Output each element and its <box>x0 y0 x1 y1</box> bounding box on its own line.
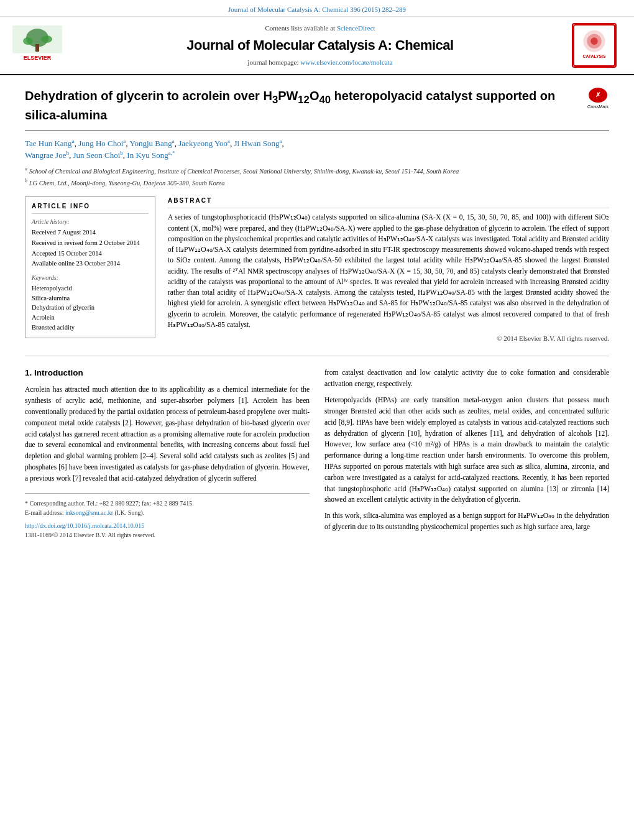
author-song-jihwan[interactable]: Ji Hwan Song <box>234 139 280 148</box>
affiliations: a School of Chemical and Biological Engi… <box>25 165 609 188</box>
contents-label: Contents lists available at <box>265 24 335 32</box>
keywords-heading: Keywords: <box>32 274 149 282</box>
email-link[interactable]: inksong@snu.ac.kr <box>65 509 113 516</box>
homepage-url[interactable]: www.elsevier.com/locate/molcata <box>300 58 392 66</box>
svg-rect-2 <box>35 44 39 52</box>
accepted-date: Accepted 15 October 2014 <box>32 249 149 259</box>
affil-b: b LG Chem, Ltd., Moonji-dong, Yuseong-Gu… <box>25 177 609 188</box>
intro-heading: 1. Introduction <box>25 367 310 379</box>
body-two-col: 1. Introduction Acrolein has attracted m… <box>25 367 609 539</box>
svg-text:ELSEVIER: ELSEVIER <box>24 55 52 61</box>
svg-point-3 <box>23 37 33 45</box>
abstract-heading: Abstract <box>168 196 609 208</box>
corresponding-author-note: * Corresponding author. Tel.: +82 2 880 … <box>25 499 310 508</box>
history-heading: Article history: <box>32 218 149 226</box>
available-online-date: Available online 23 October 2014 <box>32 259 149 269</box>
svg-point-9 <box>590 38 598 45</box>
body-col-right: from catalyst deactivation and low catal… <box>324 367 609 539</box>
intro-number: 1. <box>25 368 32 377</box>
sciencedirect-link[interactable]: ScienceDirect <box>337 24 375 32</box>
contents-line: Contents lists available at ScienceDirec… <box>68 24 572 33</box>
keyword-1: Heteropolyacid <box>32 284 149 293</box>
author-choi-jung[interactable]: Jung Ho Choi <box>78 139 123 148</box>
abstract-text: A series of tungstophosphoricacid (H₃PW₁… <box>168 212 609 330</box>
keywords-section: Keywords: Heteropolyacid Silica-alumina … <box>32 274 149 332</box>
journal-citation-link[interactable]: Journal of Molecular Catalysis A: Chemic… <box>228 6 406 13</box>
article-info-col: Article Info Article history: Received 7… <box>25 196 155 344</box>
crossmark-container: ✗ CrossMark <box>587 88 609 110</box>
author-kang[interactable]: Tae Hun Kang <box>25 139 72 148</box>
article-info-heading: Article Info <box>32 202 149 214</box>
intro-para-4: In this work, silica-alumina was employe… <box>324 510 609 533</box>
keyword-4: Acrolein <box>32 313 149 323</box>
received-revised-date: Received in revised form 2 October 2014 <box>32 239 149 248</box>
author-joe[interactable]: Wangrae Joe <box>25 151 66 160</box>
article-title-text: Dehydration of glycerin to acrolein over… <box>25 88 587 123</box>
issn-line: 1381-1169/© 2014 Elsevier B.V. All right… <box>25 530 310 540</box>
elsevier-logo: ELSEVIER <box>12 25 68 66</box>
main-content: Dehydration of glycerin to acrolein over… <box>0 75 634 552</box>
article-title: Dehydration of glycerin to acrolein over… <box>25 88 587 123</box>
svg-text:CATALYSIS: CATALYSIS <box>583 55 606 59</box>
top-bar: Journal of Molecular Catalysis A: Chemic… <box>0 0 634 17</box>
intro-para-3: Heteropolyacids (HPAs) are early transit… <box>324 395 609 505</box>
keyword-3: Dehydration of glycerin <box>32 303 149 313</box>
keyword-2: Silica-alumina <box>32 294 149 303</box>
homepage-label: journal homepage: <box>247 58 298 66</box>
received-date: Received 7 August 2014 <box>32 228 149 238</box>
crossmark-icon: ✗ <box>589 88 607 103</box>
author-yoo[interactable]: Jaekyeong Yoo <box>178 139 227 148</box>
journal-header: ELSEVIER Contents lists available at Sci… <box>0 17 634 75</box>
article-info-abstract-cols: Article Info Article history: Received 7… <box>25 196 609 344</box>
footnote-section: * Corresponding author. Tel.: +82 2 880 … <box>25 493 310 540</box>
abstract-col: Abstract A series of tungstophosphoricac… <box>168 196 609 344</box>
body-col-left: 1. Introduction Acrolein has attracted m… <box>25 367 310 539</box>
svg-point-4 <box>41 35 52 43</box>
abstract-copyright: © 2014 Elsevier B.V. All rights reserved… <box>168 334 609 343</box>
keyword-5: Brønsted acidity <box>32 323 149 333</box>
catalysis-logo: CATALYSIS <box>572 23 617 68</box>
journal-homepage: journal homepage: www.elsevier.com/locat… <box>68 58 572 67</box>
journal-title-block: Contents lists available at ScienceDirec… <box>68 24 572 67</box>
authors-line: Tae Hun Kanga, Jung Ho Choia, Yongju Ban… <box>25 137 609 162</box>
crossmark-label: CrossMark <box>587 104 609 110</box>
catalysis-logo-container: CATALYSIS <box>572 23 622 68</box>
journal-title: Journal of Molecular Catalysis A: Chemic… <box>68 36 572 55</box>
author-choi-seon[interactable]: Jun Seon Choi <box>73 151 120 160</box>
article-info-box: Article Info Article history: Received 7… <box>25 196 155 338</box>
affil-a: a School of Chemical and Biological Engi… <box>25 165 609 176</box>
article-title-section: Dehydration of glycerin to acrolein over… <box>25 88 609 131</box>
email-line: E-mail address: inksong@snu.ac.kr (I.K. … <box>25 508 310 517</box>
intro-title: Introduction <box>34 368 83 377</box>
email-suffix: (I.K. Song). <box>114 509 144 516</box>
author-song-inkyu[interactable]: In Kyu Song <box>127 151 168 160</box>
email-label: E-mail address: <box>25 509 63 516</box>
intro-para-2: from catalyst deactivation and low catal… <box>324 367 609 390</box>
section-divider <box>25 356 609 356</box>
doi-link[interactable]: http://dx.doi.org/10.1016/j.molcata.2014… <box>25 522 144 529</box>
author-bang[interactable]: Yongju Bang <box>129 139 172 148</box>
intro-para-1: Acrolein has attracted much attention du… <box>25 384 310 484</box>
